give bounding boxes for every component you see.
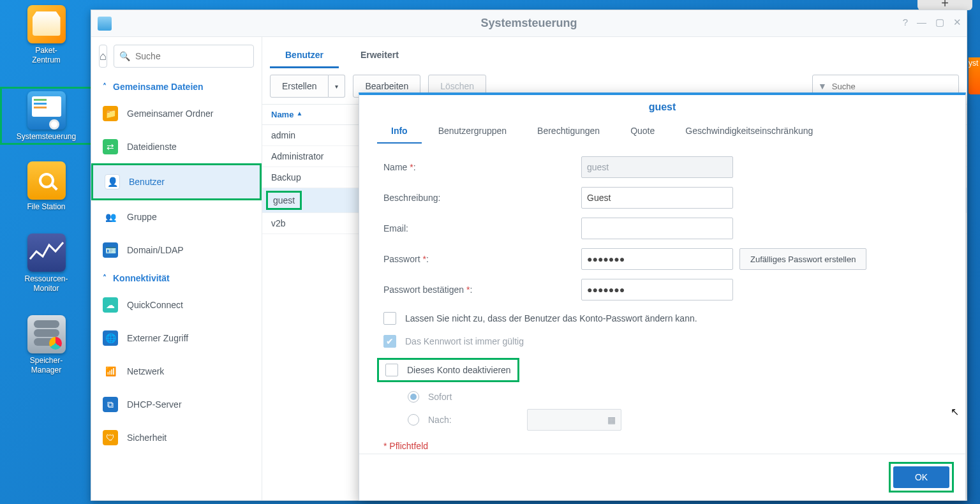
sidebar-item-netzwerk[interactable]: 📶 Netzwerk	[91, 355, 262, 388]
checkbox-deactivate-account[interactable]: Dieses Konto deaktivieren	[377, 358, 519, 382]
globe-icon: 🌐	[103, 330, 118, 346]
modal-footer: OK	[359, 454, 965, 500]
checkbox-icon: ✔	[383, 335, 396, 348]
sort-asc-icon: ▲	[296, 110, 302, 119]
input-email[interactable]	[581, 218, 733, 239]
sidebar-search-input[interactable]	[134, 50, 248, 62]
checkbox-disallow-pwchange[interactable]: Lassen Sie nicht zu, dass der Benutzer d…	[383, 309, 941, 327]
modal-title: guest	[359, 95, 965, 119]
shield-icon: 🛡	[103, 430, 118, 445]
sidebar: ⌂ 🔍 ˄ Gemeinsame Dateien 📁 Gemeinsamer O…	[91, 37, 262, 500]
input-pass[interactable]	[581, 248, 733, 270]
home-button[interactable]: ⌂	[99, 45, 107, 68]
sidebar-item-shared-folder[interactable]: 📁 Gemeinsamer Ordner	[91, 97, 262, 130]
sidebar-item-gruppe[interactable]: 👥 Gruppe	[91, 200, 262, 233]
checkbox-icon	[383, 312, 396, 325]
input-pass2[interactable]	[581, 279, 733, 300]
table-row-guest: guest	[266, 191, 302, 210]
calendar-icon: ▦	[607, 415, 616, 425]
label-email: Email:	[383, 223, 581, 233]
chevron-up-icon: ˄	[103, 274, 107, 283]
sidebar-item-external-access[interactable]: 🌐 Externer Zugriff	[91, 322, 262, 355]
checkbox-password-always-valid: ✔ Das Kennwort ist immer gültig	[383, 332, 941, 350]
label-name: Name *:	[383, 162, 581, 172]
home-icon: ⌂	[100, 50, 107, 63]
help-icon[interactable]: ?	[903, 17, 908, 28]
sidebar-group-connectivity[interactable]: ˄ Konnektivität	[91, 267, 262, 288]
tab-erweitert[interactable]: Erweitert	[345, 43, 414, 68]
network-icon: 📶	[103, 364, 118, 379]
modal-tabs: Info Benutzergruppen Berechtigungen Quot…	[359, 119, 965, 144]
folder-icon: 📁	[103, 106, 118, 121]
sidebar-group-label: Gemeinsame Dateien	[113, 82, 204, 92]
input-desc[interactable]	[581, 187, 733, 209]
search-icon: 🔍	[119, 51, 130, 61]
group-icon: 👥	[103, 209, 118, 225]
desktop-icon-speichermanager[interactable]: Speicher- Manager	[0, 315, 93, 375]
window-title: Systemsteuerung	[91, 17, 967, 30]
input-name	[581, 156, 733, 178]
chevron-up-icon: ˄	[103, 82, 107, 91]
sidebar-item-benutzer[interactable]: 👤 Benutzer	[91, 163, 262, 200]
transfer-icon: ⇄	[103, 139, 118, 154]
desktop-icon-filestation[interactable]: File Station	[0, 161, 93, 212]
dhcp-icon: ⧉	[103, 397, 118, 412]
toolbar-search-input[interactable]	[831, 81, 953, 92]
create-button[interactable]: Erstellen	[270, 75, 329, 98]
modal-tab-info[interactable]: Info	[377, 119, 422, 144]
label-pass2: Passwort bestätigen *:	[383, 285, 581, 295]
user-icon: 👤	[105, 174, 120, 189]
desktop-icon-ressourcenmonitor[interactable]: Ressourcen- Monitor	[0, 233, 93, 293]
checkbox-icon	[385, 364, 398, 376]
radio-sofort: Sofort	[408, 391, 941, 403]
create-dropdown[interactable]: ▾	[329, 75, 345, 98]
col-name: Name	[271, 110, 293, 119]
label-pass: Passwort *:	[383, 254, 581, 264]
cloud-icon: ☁	[103, 297, 118, 313]
sidebar-search[interactable]: 🔍	[114, 45, 254, 68]
random-password-button[interactable]: Zufälliges Passwort erstellen	[739, 248, 866, 270]
background-app-sliver: yst	[969, 57, 980, 94]
sidebar-group-files[interactable]: ˄ Gemeinsame Dateien	[91, 75, 262, 97]
desktop-icon-paketzentrum[interactable]: Paket- Zentrum	[0, 5, 93, 65]
label-desc: Beschreibung:	[383, 193, 581, 203]
modal-tab-groups[interactable]: Benutzergruppen	[424, 119, 521, 144]
titlebar[interactable]: Systemsteuerung ? — ▢ ✕	[91, 10, 967, 37]
maximize-icon[interactable]: ▢	[935, 17, 944, 28]
modal-tab-permissions[interactable]: Berechtigungen	[523, 119, 614, 144]
modal-tab-quota[interactable]: Quote	[616, 119, 669, 144]
date-field: ▦	[527, 409, 621, 431]
sidebar-group-label: Konnektivität	[113, 273, 170, 283]
ok-button[interactable]: OK	[893, 466, 949, 488]
sidebar-item-quickconnect[interactable]: ☁ QuickConnect	[91, 288, 262, 322]
radio-nach: Nach: ▦	[408, 409, 941, 431]
minimize-icon[interactable]: —	[917, 17, 926, 28]
modal-body: Name *: Beschreibung: Email: Passwort *:…	[359, 144, 965, 454]
taskbar-new-tab[interactable]: +	[917, 0, 972, 10]
sidebar-item-sicherheit[interactable]: 🛡 Sicherheit	[91, 421, 262, 454]
id-icon: 🪪	[103, 242, 118, 258]
modal-tab-speed[interactable]: Geschwindigkeitseinschränkung	[671, 119, 827, 144]
sidebar-item-domain-ldap[interactable]: 🪪 Domain/LDAP	[91, 233, 262, 267]
desktop-icon-systemsteuerung[interactable]: Systemsteuerung	[0, 87, 93, 145]
sidebar-item-dhcp[interactable]: ⧉ DHCP-Server	[91, 388, 262, 421]
filter-icon: ▼	[818, 81, 827, 91]
sidebar-item-fileservices[interactable]: ⇄ Dateidienste	[91, 130, 262, 163]
modal-edit-user: guest Info Benutzergruppen Berechtigunge…	[359, 93, 966, 501]
radio-icon	[408, 414, 419, 426]
tab-benutzer[interactable]: Benutzer	[270, 43, 339, 68]
required-note: * Pflichtfeld	[383, 441, 941, 451]
close-icon[interactable]: ✕	[953, 17, 961, 28]
radio-icon	[408, 391, 419, 403]
